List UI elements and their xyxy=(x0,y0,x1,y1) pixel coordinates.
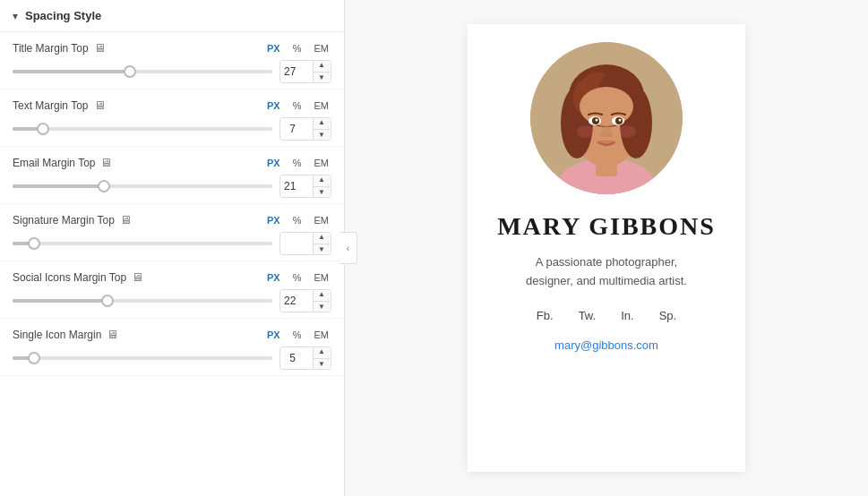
row-label-text-single-icon-margin: Single Icon Margin xyxy=(13,329,101,341)
slider-thumb-single-icon-margin[interactable] xyxy=(28,352,40,364)
spin-down-email-margin-top[interactable]: ▼ xyxy=(314,187,330,199)
social-fb[interactable]: Fb. xyxy=(537,309,554,322)
spin-buttons-text-margin-top: ▲ ▼ xyxy=(313,117,330,141)
slider-thumb-email-margin-top[interactable] xyxy=(98,180,110,192)
unit-px-text-margin-top[interactable]: PX xyxy=(264,99,283,112)
unit-pct-text-margin-top[interactable]: % xyxy=(290,99,305,112)
spin-up-single-icon-margin[interactable]: ▲ xyxy=(314,346,330,359)
panel-collapse-button[interactable]: ‹ xyxy=(339,232,357,264)
slider-signature-margin-top[interactable] xyxy=(13,242,272,245)
row-label-single-icon-margin: Single Icon Margin 🖥 xyxy=(13,328,118,341)
spin-buttons-title-margin-top: ▲ ▼ xyxy=(313,60,330,83)
card-preview: MARY GIBBONS A passionate photographer, … xyxy=(468,24,745,472)
slider-single-icon-margin[interactable] xyxy=(13,356,272,360)
unit-buttons-social-icons-margin-top: PX % EM xyxy=(264,271,331,284)
slider-text-margin-top[interactable] xyxy=(13,127,272,131)
unit-px-single-icon-margin[interactable]: PX xyxy=(264,329,283,341)
monitor-icon-social-icons-margin-top: 🖥 xyxy=(132,270,143,284)
svg-point-18 xyxy=(596,119,598,122)
row-controls-title-margin-top: ▲ ▼ xyxy=(13,60,331,83)
number-input-signature-margin-top[interactable] xyxy=(280,235,313,252)
monitor-icon-signature-margin-top: 🖥 xyxy=(120,213,132,227)
spin-down-title-margin-top[interactable]: ▼ xyxy=(314,73,330,84)
spacing-row-single-icon-margin: Single Icon Margin 🖥 PX % EM xyxy=(0,319,344,376)
slider-thumb-title-margin-top[interactable] xyxy=(124,65,136,78)
spin-down-text-margin-top[interactable]: ▼ xyxy=(314,130,330,141)
unit-px-signature-margin-top[interactable]: PX xyxy=(264,214,283,227)
social-sp[interactable]: Sp. xyxy=(659,309,677,322)
unit-em-social-icons-margin-top[interactable]: EM xyxy=(312,271,332,284)
panel-wrapper: ▾ Spacing Style Title Margin Top 🖥 PX % … xyxy=(0,0,345,496)
section-header: ▾ Spacing Style xyxy=(0,0,344,32)
number-input-title-margin-top[interactable] xyxy=(280,64,313,80)
slider-email-margin-top[interactable] xyxy=(13,184,272,188)
spin-buttons-signature-margin-top: ▲ ▼ xyxy=(313,232,330,255)
unit-px-title-margin-top[interactable]: PX xyxy=(264,42,283,55)
number-input-wrapper-signature-margin-top: ▲ ▼ xyxy=(279,232,331,255)
unit-pct-social-icons-margin-top[interactable]: % xyxy=(290,271,305,284)
email-link[interactable]: mary@gibbons.com xyxy=(554,338,658,352)
social-links: Fb. Tw. In. Sp. xyxy=(537,309,676,322)
spin-up-title-margin-top[interactable]: ▲ xyxy=(314,60,330,73)
social-tw[interactable]: Tw. xyxy=(579,309,597,322)
slider-fill-title-margin-top xyxy=(13,70,130,73)
spin-down-social-icons-margin-top[interactable]: ▼ xyxy=(314,302,330,313)
unit-em-single-icon-margin[interactable]: EM xyxy=(312,329,332,341)
unit-em-email-margin-top[interactable]: EM xyxy=(312,157,332,169)
row-top-email-margin-top: Email Margin Top 🖥 PX % EM xyxy=(13,156,331,169)
row-top-single-icon-margin: Single Icon Margin 🖥 PX % EM xyxy=(13,328,331,341)
spin-up-social-icons-margin-top[interactable]: ▲ xyxy=(314,289,330,302)
slider-thumb-signature-margin-top[interactable] xyxy=(28,237,40,250)
svg-point-13 xyxy=(580,87,633,126)
spin-up-email-margin-top[interactable]: ▲ xyxy=(314,175,330,187)
monitor-icon-text-margin-top: 🖥 xyxy=(94,98,106,112)
row-label-title-margin-top: Title Margin Top 🖥 xyxy=(13,41,106,55)
unit-em-text-margin-top[interactable]: EM xyxy=(312,99,332,112)
slider-social-icons-margin-top[interactable] xyxy=(13,299,272,303)
unit-buttons-title-margin-top: PX % EM xyxy=(264,42,331,55)
unit-px-email-margin-top[interactable]: PX xyxy=(264,157,283,169)
row-label-text-title-margin-top: Title Margin Top xyxy=(13,42,89,55)
number-input-wrapper-social-icons-margin-top: ▲ ▼ xyxy=(279,289,331,312)
number-input-email-margin-top[interactable] xyxy=(280,178,313,194)
svg-point-21 xyxy=(600,133,605,138)
row-top-signature-margin-top: Signature Margin Top 🖥 PX % EM xyxy=(13,213,331,227)
number-input-single-icon-margin[interactable] xyxy=(280,350,313,366)
row-label-email-margin-top: Email Margin Top 🖥 xyxy=(13,156,112,169)
spin-buttons-single-icon-margin: ▲ ▼ xyxy=(313,346,330,370)
spin-down-single-icon-margin[interactable]: ▼ xyxy=(314,359,330,371)
slider-thumb-text-margin-top[interactable] xyxy=(37,123,49,135)
unit-em-title-margin-top[interactable]: EM xyxy=(312,42,332,55)
number-input-text-margin-top[interactable] xyxy=(280,121,313,137)
svg-point-23 xyxy=(577,125,595,138)
spin-up-text-margin-top[interactable]: ▲ xyxy=(314,117,330,130)
number-input-wrapper-email-margin-top: ▲ ▼ xyxy=(279,175,331,198)
slider-title-margin-top[interactable] xyxy=(13,70,272,73)
slider-thumb-social-icons-margin-top[interactable] xyxy=(101,295,114,307)
slider-fill-social-icons-margin-top xyxy=(13,299,107,303)
unit-buttons-single-icon-margin: PX % EM xyxy=(264,329,331,341)
row-label-signature-margin-top: Signature Margin Top 🖥 xyxy=(13,213,132,227)
section-title: Spacing Style xyxy=(25,9,101,22)
unit-pct-signature-margin-top[interactable]: % xyxy=(290,214,305,227)
spin-up-signature-margin-top[interactable]: ▲ xyxy=(314,232,330,244)
unit-pct-email-margin-top[interactable]: % xyxy=(290,157,305,169)
number-input-social-icons-margin-top[interactable] xyxy=(280,293,313,309)
unit-pct-single-icon-margin[interactable]: % xyxy=(290,329,305,341)
unit-pct-title-margin-top[interactable]: % xyxy=(290,42,305,55)
unit-px-social-icons-margin-top[interactable]: PX xyxy=(264,271,283,284)
social-in[interactable]: In. xyxy=(621,309,633,322)
spin-buttons-email-margin-top: ▲ ▼ xyxy=(313,175,330,198)
row-controls-signature-margin-top: ▲ ▼ xyxy=(13,232,331,255)
spacing-row-signature-margin-top: Signature Margin Top 🖥 PX % EM xyxy=(0,204,344,261)
row-top-title-margin-top: Title Margin Top 🖥 PX % EM xyxy=(13,41,331,55)
unit-em-signature-margin-top[interactable]: EM xyxy=(312,214,332,227)
spacing-row-social-icons-margin-top: Social Icons Margin Top 🖥 PX % EM xyxy=(0,261,344,319)
collapse-icon[interactable]: ▾ xyxy=(13,10,18,22)
slider-fill-email-margin-top xyxy=(13,184,104,188)
spin-down-signature-margin-top[interactable]: ▼ xyxy=(314,244,330,256)
spacing-row-text-margin-top: Text Margin Top 🖥 PX % EM xyxy=(0,90,344,147)
svg-point-24 xyxy=(618,125,636,138)
monitor-icon-email-margin-top: 🖥 xyxy=(100,156,112,169)
number-input-wrapper-title-margin-top: ▲ ▼ xyxy=(279,60,331,83)
